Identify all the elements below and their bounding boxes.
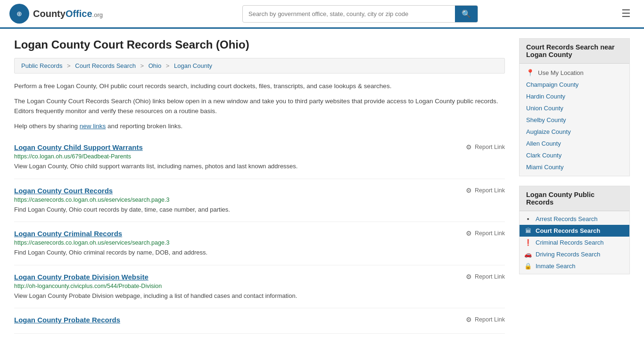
nearby-county-link-1[interactable]: Hardin County (526, 93, 565, 100)
public-record-link-4[interactable]: Inmate Search (536, 263, 576, 270)
nearby-county-5[interactable]: Allen County (520, 138, 629, 149)
nearby-county-link-7[interactable]: Miami County (526, 164, 563, 171)
nearby-section: Court Records Search near Logan County 📍… (519, 38, 630, 176)
report-link-3[interactable]: ⚙ Report Link (466, 273, 505, 280)
nearby-county-link-2[interactable]: Union County (526, 105, 563, 112)
nearby-title: Court Records Search near Logan County (520, 39, 629, 64)
report-link-1[interactable]: ⚙ Report Link (466, 187, 505, 194)
report-icon-2: ⚙ (466, 230, 472, 237)
logo-area: ⊕ CountyOffice.org (9, 4, 103, 24)
logo-text: CountyOffice.org (33, 8, 103, 19)
public-records-section: Logan County Public Records ▪ Arrest Rec… (519, 186, 630, 274)
search-input[interactable] (243, 7, 455, 21)
results-container: Logan County Child Support Warrants ⚙ Re… (14, 136, 505, 334)
public-record-icon-4: 🔒 (524, 263, 532, 270)
description-3: Help others by sharing new links and rep… (14, 121, 505, 132)
result-desc-2: Find Logan County, Ohio criminal records… (14, 248, 505, 257)
report-icon-1: ⚙ (466, 187, 472, 194)
nearby-county-link-0[interactable]: Champaign County (526, 81, 578, 88)
sidebar: Court Records Search near Logan County 📍… (519, 38, 630, 334)
public-record-icon-2: ❗ (524, 239, 532, 246)
nearby-county-link-4[interactable]: Auglaize County (526, 128, 571, 135)
search-bar: 🔍 (242, 5, 478, 23)
nearby-county-link-3[interactable]: Shelby County (526, 116, 566, 123)
content-area: Logan County Court Records Search (Ohio)… (14, 38, 505, 334)
public-record-item-1[interactable]: 🏛 Court Records Search (520, 225, 629, 237)
report-icon-0: ⚙ (466, 143, 472, 151)
result-header: Logan County Probate Records ⚙ Report Li… (14, 316, 505, 324)
nearby-county-link-6[interactable]: Clark County (526, 152, 561, 159)
svg-text:⊕: ⊕ (17, 10, 22, 17)
result-title-1[interactable]: Logan County Court Records (14, 187, 113, 195)
new-links-link[interactable]: new links (80, 123, 106, 130)
breadcrumb-sep-1: > (67, 62, 71, 69)
nearby-counties: Champaign CountyHardin CountyUnion Count… (520, 79, 629, 173)
public-record-item-2[interactable]: ❗ Criminal Records Search (520, 237, 629, 248)
public-record-icon-3: 🚗 (524, 251, 532, 258)
result-url-1: https://caserecords.co.logan.oh.us/eserv… (14, 197, 505, 203)
description-2: The Logan County Court Records Search (O… (14, 96, 505, 116)
result-header: Logan County Probate Division Website ⚙ … (14, 273, 505, 281)
result-title-2[interactable]: Logan County Criminal Records (14, 230, 122, 238)
breadcrumb-ohio[interactable]: Ohio (149, 62, 161, 69)
public-records-title: Logan County Public Records (520, 186, 629, 211)
public-record-icon-1: 🏛 (524, 227, 532, 234)
header: ⊕ CountyOffice.org 🔍 ☰ (0, 0, 644, 29)
main-container: Logan County Court Records Search (Ohio)… (0, 29, 644, 343)
public-record-link-3[interactable]: Driving Records Search (536, 251, 600, 258)
nearby-county-1[interactable]: Hardin County (520, 90, 629, 102)
report-link-2[interactable]: ⚙ Report Link (466, 230, 505, 237)
pin-icon: 📍 (526, 69, 534, 76)
use-location-item[interactable]: 📍 Use My Location (520, 66, 629, 79)
public-record-item-3[interactable]: 🚗 Driving Records Search (520, 248, 629, 260)
desc-3-post: and reporting broken links. (106, 123, 182, 130)
result-header: Logan County Court Records ⚙ Report Link (14, 187, 505, 195)
public-records-list: ▪ Arrest Records Search 🏛 Court Records … (520, 211, 629, 274)
breadcrumb-court-records[interactable]: Court Records Search (75, 62, 136, 69)
result-header: Logan County Child Support Warrants ⚙ Re… (14, 143, 505, 151)
result-url-3: http://oh-logancounty.civicplus.com/544/… (14, 283, 505, 289)
result-item: Logan County Probate Division Website ⚙ … (14, 265, 505, 309)
nearby-county-3[interactable]: Shelby County (520, 114, 629, 126)
desc-3-pre: Help others by sharing (14, 123, 80, 130)
public-record-link-0[interactable]: Arrest Records Search (536, 215, 598, 222)
nearby-county-2[interactable]: Union County (520, 102, 629, 114)
public-record-icon-0: ▪ (524, 215, 532, 222)
result-url-2: https://caserecords.co.logan.oh.us/eserv… (14, 239, 505, 246)
result-title-3[interactable]: Logan County Probate Division Website (14, 273, 149, 281)
report-icon-3: ⚙ (466, 273, 472, 280)
breadcrumb-logan-county[interactable]: Logan County (174, 62, 212, 69)
result-header: Logan County Criminal Records ⚙ Report L… (14, 230, 505, 238)
public-record-link-2[interactable]: Criminal Records Search (536, 239, 604, 246)
page-title: Logan County Court Records Search (Ohio) (14, 38, 505, 51)
nearby-county-link-5[interactable]: Allen County (526, 140, 561, 147)
result-desc-0: View Logan County, Ohio child support wa… (14, 162, 505, 171)
breadcrumb-sep-2: > (140, 62, 144, 69)
report-icon-4: ⚙ (466, 316, 472, 323)
logo-icon: ⊕ (9, 4, 29, 24)
description-1: Perform a free Logan County, OH public c… (14, 81, 505, 91)
result-item: Logan County Child Support Warrants ⚙ Re… (14, 136, 505, 179)
nearby-county-6[interactable]: Clark County (520, 149, 629, 161)
public-record-link-1[interactable]: Court Records Search (536, 227, 600, 234)
result-item: Logan County Court Records ⚙ Report Link… (14, 179, 505, 222)
public-record-item-4[interactable]: 🔒 Inmate Search (520, 260, 629, 272)
menu-icon[interactable]: ☰ (618, 6, 635, 22)
result-url-0: https://co.logan.oh.us/679/Deadbeat-Pare… (14, 153, 505, 160)
report-link-0[interactable]: ⚙ Report Link (466, 143, 505, 151)
result-desc-3: View Logan County Probate Division webpa… (14, 291, 505, 301)
nearby-county-0[interactable]: Champaign County (520, 79, 629, 90)
nearby-county-7[interactable]: Miami County (520, 161, 629, 173)
result-title-4[interactable]: Logan County Probate Records (14, 316, 120, 324)
nearby-list: 📍 Use My Location Champaign CountyHardin… (520, 64, 629, 176)
public-record-item-0[interactable]: ▪ Arrest Records Search (520, 213, 629, 225)
search-button[interactable]: 🔍 (455, 6, 478, 22)
nearby-county-4[interactable]: Auglaize County (520, 126, 629, 138)
result-item: Logan County Probate Records ⚙ Report Li… (14, 308, 505, 334)
breadcrumb-sep-3: > (166, 62, 170, 69)
result-desc-1: Find Logan County, Ohio court records by… (14, 205, 505, 214)
breadcrumb-public-records[interactable]: Public Records (21, 62, 62, 69)
report-link-4[interactable]: ⚙ Report Link (466, 316, 505, 323)
result-title-0[interactable]: Logan County Child Support Warrants (14, 143, 143, 151)
use-location-label[interactable]: Use My Location (538, 69, 584, 76)
